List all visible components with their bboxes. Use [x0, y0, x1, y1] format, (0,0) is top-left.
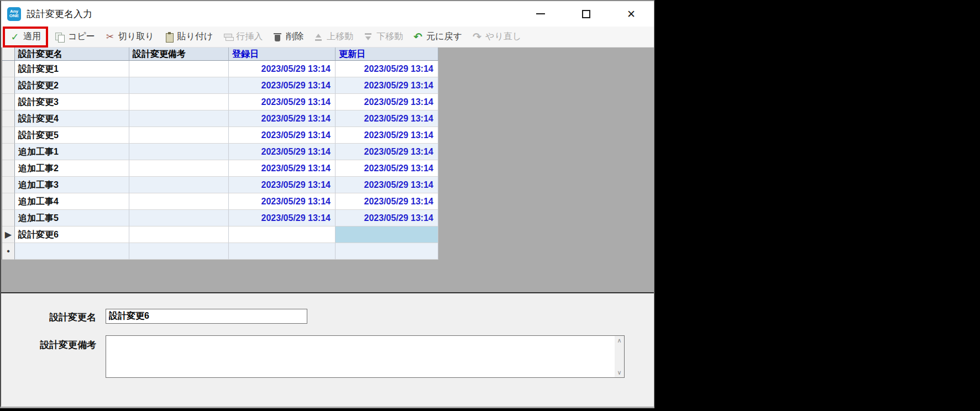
cell-name[interactable]: 設計変更6 [15, 226, 129, 243]
cell-note[interactable] [129, 160, 229, 177]
cell-note[interactable] [129, 177, 229, 193]
cell-name[interactable] [15, 243, 129, 260]
cell-created[interactable]: 2023/05/29 13:14 [229, 77, 336, 94]
row-selector[interactable] [2, 110, 15, 127]
trash-button[interactable]: 削除 [268, 29, 308, 45]
cell-note[interactable] [129, 144, 229, 160]
grid-row: 追加工事12023/05/29 13:142023/05/29 13:14 [2, 144, 438, 160]
cell-created[interactable]: 2023/05/29 13:14 [229, 193, 336, 210]
grid-row: ▶設計変更6 [2, 226, 438, 243]
cell-created[interactable]: 2023/05/29 13:14 [229, 177, 336, 193]
cell-updated[interactable]: 2023/05/29 13:14 [336, 110, 438, 127]
cell-created[interactable]: 2023/05/29 13:14 [229, 127, 336, 144]
copy-button[interactable]: コピー [50, 29, 100, 45]
cell-updated[interactable] [336, 226, 438, 243]
dialog-window: Any ONE 設計変更名入力 ✕ ✓適用コピー✂切り取り貼り付け行挿入削除上移… [0, 0, 654, 408]
highlight-annotation-box: ✓適用 [3, 27, 48, 48]
toolbar-item-label: 行挿入 [236, 31, 263, 43]
cell-name[interactable]: 追加工事4 [15, 193, 129, 210]
name-input[interactable] [106, 309, 307, 324]
column-header-note[interactable]: 設計変更備考 [129, 48, 229, 61]
paste-icon [164, 32, 174, 42]
grid-background: 設計変更名 設計変更備考 登録日 更新日 設計変更12023/05/29 13:… [1, 48, 654, 292]
cell-updated[interactable] [336, 243, 438, 260]
note-textarea[interactable] [106, 336, 615, 377]
cell-note[interactable] [129, 77, 229, 94]
grid-row: 追加工事22023/05/29 13:142023/05/29 13:14 [2, 160, 438, 177]
cell-note[interactable] [129, 243, 229, 260]
cell-note[interactable] [129, 226, 229, 243]
cell-note[interactable] [129, 127, 229, 144]
row-selector[interactable] [2, 127, 15, 144]
cell-name[interactable]: 追加工事2 [15, 160, 129, 177]
cell-updated[interactable]: 2023/05/29 13:14 [336, 160, 438, 177]
check-button[interactable]: ✓適用 [5, 29, 46, 45]
cell-updated[interactable]: 2023/05/29 13:14 [336, 127, 438, 144]
minimize-button[interactable] [518, 1, 563, 27]
cell-note[interactable] [129, 61, 229, 77]
row-selector[interactable] [2, 160, 15, 177]
window-title: 設計変更名入力 [27, 8, 92, 20]
cell-note[interactable] [129, 110, 229, 127]
cell-note[interactable] [129, 210, 229, 226]
new-row-indicator[interactable]: • [2, 243, 15, 260]
close-button[interactable]: ✕ [609, 1, 654, 27]
cell-note[interactable] [129, 193, 229, 210]
trash-icon [272, 32, 282, 42]
row-selector[interactable] [2, 177, 15, 193]
toolbar-item-label: コピー [68, 31, 95, 43]
cell-updated[interactable]: 2023/05/29 13:14 [336, 193, 438, 210]
cell-created[interactable] [229, 226, 336, 243]
toolbar-item-label: 元に戻す [426, 31, 462, 43]
cell-created[interactable] [229, 243, 336, 260]
redo-button: ↷やり直し [467, 29, 526, 45]
scroll-up-icon[interactable]: ∧ [615, 336, 624, 345]
cell-name[interactable]: 設計変更5 [15, 127, 129, 144]
row-selector[interactable] [2, 193, 15, 210]
cell-note[interactable] [129, 94, 229, 110]
cell-created[interactable]: 2023/05/29 13:14 [229, 61, 336, 77]
undo-button[interactable]: ↶元に戻す [408, 29, 467, 45]
grid-row: 設計変更22023/05/29 13:142023/05/29 13:14 [2, 77, 438, 94]
column-header-name[interactable]: 設計変更名 [15, 48, 129, 61]
cell-created[interactable]: 2023/05/29 13:14 [229, 94, 336, 110]
scissors-icon: ✂ [105, 32, 115, 42]
app-logo-icon: Any ONE [7, 7, 21, 21]
column-header-updated[interactable]: 更新日 [336, 48, 438, 61]
move-down-icon [363, 32, 373, 42]
row-selector[interactable] [2, 61, 15, 77]
cell-updated[interactable]: 2023/05/29 13:14 [336, 177, 438, 193]
note-scrollbar[interactable]: ∧ ∨ [615, 336, 624, 377]
cell-name[interactable]: 追加工事3 [15, 177, 129, 193]
row-selector[interactable] [2, 144, 15, 160]
cell-name[interactable]: 設計変更2 [15, 77, 129, 94]
cell-updated[interactable]: 2023/05/29 13:14 [336, 144, 438, 160]
cell-name[interactable]: 設計変更1 [15, 61, 129, 77]
maximize-button[interactable] [563, 1, 609, 27]
cell-name[interactable]: 設計変更3 [15, 94, 129, 110]
column-header-created[interactable]: 登録日 [229, 48, 336, 61]
row-selector[interactable] [2, 210, 15, 226]
cell-name[interactable]: 設計変更4 [15, 110, 129, 127]
window-controls: ✕ [518, 1, 654, 27]
toolbar-item-label: 下移動 [376, 31, 403, 43]
cell-name[interactable]: 追加工事5 [15, 210, 129, 226]
cell-created[interactable]: 2023/05/29 13:14 [229, 144, 336, 160]
scissors-button[interactable]: ✂切り取り [100, 29, 159, 45]
move-up-button: 上移動 [308, 29, 358, 45]
paste-button[interactable]: 貼り付け [159, 29, 218, 45]
cell-created[interactable]: 2023/05/29 13:14 [229, 210, 336, 226]
current-row-indicator[interactable]: ▶ [2, 226, 15, 243]
row-selector[interactable] [2, 94, 15, 110]
cell-updated[interactable]: 2023/05/29 13:14 [336, 77, 438, 94]
cell-created[interactable]: 2023/05/29 13:14 [229, 160, 336, 177]
close-icon: ✕ [627, 8, 636, 20]
cell-name[interactable]: 追加工事1 [15, 144, 129, 160]
toolbar-item-label: やり直し [485, 31, 521, 43]
row-selector[interactable] [2, 77, 15, 94]
scroll-down-icon[interactable]: ∨ [615, 368, 624, 377]
cell-updated[interactable]: 2023/05/29 13:14 [336, 94, 438, 110]
cell-updated[interactable]: 2023/05/29 13:14 [336, 210, 438, 226]
cell-updated[interactable]: 2023/05/29 13:14 [336, 61, 438, 77]
cell-created[interactable]: 2023/05/29 13:14 [229, 110, 336, 127]
